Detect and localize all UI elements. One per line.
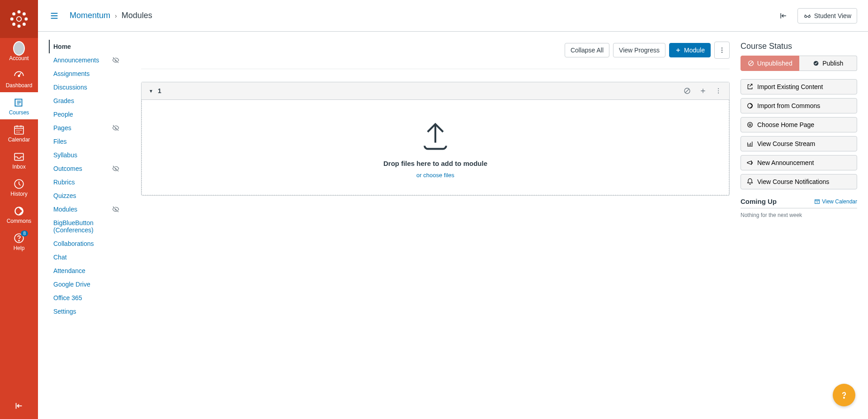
coming-up-heading: Coming Up — [741, 198, 777, 205]
course-nav-outcomes[interactable]: Outcomes — [49, 162, 125, 175]
unpublished-icon[interactable] — [683, 87, 691, 95]
commons-icon — [13, 205, 25, 217]
collapse-all-button[interactable]: Collapse All — [565, 43, 609, 57]
nav-inbox-label: Inbox — [12, 164, 25, 170]
rr-import-existing-content-button[interactable]: Import Existing Content — [741, 79, 857, 94]
rr-new-announcement-button[interactable]: New Announcement — [741, 155, 857, 170]
nav-help-label: Help — [14, 245, 25, 251]
module-dropzone[interactable]: Drop files here to add to module or choo… — [142, 100, 729, 195]
nav-dashboard-label: Dashboard — [6, 82, 33, 89]
nav-courses[interactable]: Courses — [0, 92, 38, 119]
rr-import-from-commons-button[interactable]: Import from Commons — [741, 98, 857, 113]
nav-commons[interactable]: Commons — [0, 201, 38, 228]
course-nav-rubrics[interactable]: Rubrics — [49, 175, 125, 189]
rr-choose-home-page-button[interactable]: Choose Home Page — [741, 117, 857, 132]
module-header[interactable]: ▼ 1 — [142, 82, 729, 100]
course-nav-toggle[interactable] — [49, 10, 60, 21]
course-nav-label: Home — [53, 43, 71, 50]
student-view-button[interactable]: Student View — [797, 8, 857, 24]
page-options-button[interactable] — [714, 42, 730, 59]
rr-icon — [746, 159, 754, 166]
divider — [141, 69, 730, 69]
nav-dashboard[interactable]: Dashboard — [0, 65, 38, 92]
course-nav-label: Files — [53, 138, 67, 145]
hidden-icon — [112, 124, 119, 132]
course-nav-discussions[interactable]: Discussions — [49, 80, 125, 94]
course-nav-people[interactable]: People — [49, 108, 125, 121]
course-nav-label: Chat — [53, 254, 67, 261]
topbar: Momentum › Modules Student View — [38, 0, 868, 32]
add-module-button[interactable]: Module — [669, 43, 711, 57]
course-nav-modules[interactable]: Modules — [49, 202, 125, 216]
course-nav-assignments[interactable]: Assignments — [49, 67, 125, 80]
nav-courses-label: Courses — [9, 109, 29, 116]
publish-button[interactable]: Publish — [799, 56, 858, 71]
publish-label: Publish — [822, 60, 843, 67]
breadcrumb-current: Modules — [122, 11, 152, 20]
global-nav-collapse[interactable] — [0, 393, 38, 419]
student-view-label: Student View — [814, 12, 851, 19]
course-nav-files[interactable]: Files — [49, 135, 125, 148]
rr-view-course-stream-button[interactable]: View Course Stream — [741, 136, 857, 151]
dashboard-icon — [13, 70, 25, 81]
course-nav-label: Discussions — [53, 84, 87, 91]
rr-icon — [746, 102, 754, 109]
right-rail: Course Status Unpublished Publish Import… — [741, 32, 868, 419]
view-calendar-link[interactable]: 5 View Calendar — [814, 198, 857, 205]
nav-history[interactable]: History — [0, 174, 38, 201]
choose-files-link[interactable]: or choose files — [416, 172, 454, 179]
rr-label: Import Existing Content — [757, 83, 823, 90]
svg-point-22 — [718, 88, 719, 89]
course-nav-label: Attendance — [53, 267, 85, 274]
courses-icon — [13, 97, 25, 108]
unpublished-button[interactable]: Unpublished — [741, 56, 799, 71]
svg-point-28 — [749, 124, 751, 126]
svg-point-27 — [748, 104, 753, 108]
breadcrumb-sep: › — [115, 12, 117, 19]
nav-calendar[interactable]: Calendar — [0, 119, 38, 146]
course-nav-google-drive[interactable]: Google Drive — [49, 278, 125, 291]
rr-label: Choose Home Page — [757, 121, 814, 128]
course-nav-pages[interactable]: Pages — [49, 121, 125, 135]
course-nav-syllabus[interactable]: Syllabus — [49, 148, 125, 162]
course-nav-settings[interactable]: Settings — [49, 305, 125, 318]
canvas-logo[interactable] — [0, 0, 38, 38]
course-nav-label: Office 365 — [53, 294, 82, 301]
ban-icon — [747, 60, 755, 67]
svg-point-6 — [23, 13, 25, 15]
nav-help[interactable]: 8 Help — [0, 228, 38, 255]
rr-icon — [746, 121, 754, 128]
course-nav-office-365[interactable]: Office 365 — [49, 291, 125, 305]
help-fab[interactable] — [833, 384, 855, 406]
rr-icon — [746, 178, 754, 185]
course-nav-quizzes[interactable]: Quizzes — [49, 189, 125, 202]
course-nav-attendance[interactable]: Attendance — [49, 264, 125, 278]
rr-icon — [746, 83, 754, 90]
immersive-reader-button[interactable] — [775, 7, 792, 24]
coming-up-section: Coming Up 5 View Calendar — [741, 198, 857, 208]
breadcrumb-course[interactable]: Momentum — [70, 11, 110, 20]
view-progress-button[interactable]: View Progress — [613, 43, 665, 57]
add-item-button[interactable] — [699, 87, 707, 94]
course-nav-label: Rubrics — [53, 179, 75, 186]
course-nav-collaborations[interactable]: Collaborations — [49, 237, 125, 250]
module: ▼ 1 Drop files here to add to module — [141, 82, 730, 196]
module-title: 1 — [158, 87, 161, 94]
nav-inbox[interactable]: Inbox — [0, 146, 38, 174]
module-options-button[interactable] — [715, 87, 722, 94]
course-nav-grades[interactable]: Grades — [49, 94, 125, 108]
nav-account[interactable]: Account — [0, 38, 38, 65]
course-nav: HomeAnnouncementsAssignmentsDiscussionsG… — [38, 32, 125, 419]
rr-view-course-notifications-button[interactable]: View Course Notifications — [741, 174, 857, 189]
course-nav-chat[interactable]: Chat — [49, 250, 125, 264]
breadcrumbs: Momentum › Modules — [70, 11, 152, 20]
course-nav-label: People — [53, 111, 73, 118]
course-nav-announcements[interactable]: Announcements — [49, 53, 125, 67]
course-nav-label: Syllabus — [53, 151, 77, 159]
course-nav-bigbluebutton-conferences-[interactable]: BigBlueButton (Conferences) — [49, 216, 125, 237]
svg-point-4 — [25, 18, 27, 20]
nav-commons-label: Commons — [7, 218, 32, 224]
course-nav-home[interactable]: Home — [49, 40, 125, 53]
main-content: Collapse All View Progress Module ▼ 1 — [125, 32, 741, 419]
glasses-icon — [803, 12, 811, 20]
